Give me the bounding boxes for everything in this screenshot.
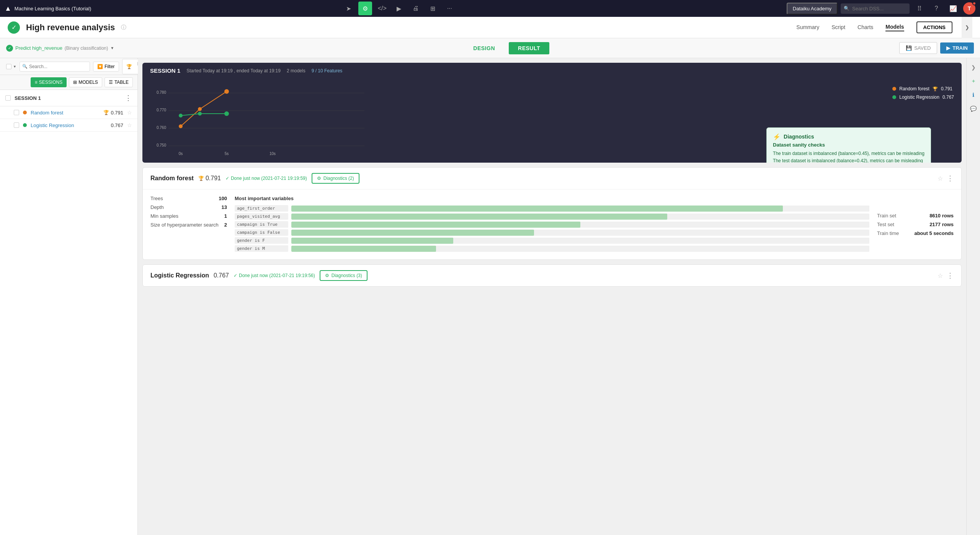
- hyperparams-value: 2: [224, 222, 227, 228]
- rf-diagnostics-button[interactable]: ⚙ Diagnostics (2): [312, 173, 359, 184]
- page-header: ✓ High revenue analysis ⓘ Summary Script…: [0, 17, 980, 38]
- right-sidebar-plus[interactable]: ＋: [967, 75, 980, 87]
- select-all-checkbox[interactable]: [6, 64, 11, 69]
- model-name-lr[interactable]: Logistic Regression: [31, 122, 107, 128]
- lr-model-score: 0.767: [214, 272, 229, 279]
- nav-item-charts[interactable]: Charts: [858, 24, 873, 31]
- session-chart-card: SESSION 1 Started Today at 19:19 , ended…: [142, 63, 962, 163]
- lr-diagnostics-button[interactable]: ⚙ Diagnostics (3): [320, 270, 368, 281]
- session-chart-meta: Started Today at 19:19 , ended Today at …: [186, 68, 281, 73]
- nav-item-models[interactable]: Models: [885, 24, 904, 31]
- session-features-button[interactable]: 9 / 10 Features: [312, 68, 343, 73]
- right-sidebar-chat[interactable]: 💬: [967, 103, 980, 115]
- sidebar-search-input[interactable]: [20, 62, 90, 72]
- param-row-depth: Depth 13: [150, 204, 227, 210]
- page-nav: Summary Script Charts Models ACTIONS: [796, 21, 952, 33]
- collapse-panel-button[interactable]: ❯: [962, 17, 972, 38]
- lr-star-button[interactable]: ☆: [938, 272, 943, 279]
- var-row-3: campaign is False: [235, 229, 869, 236]
- main-content: ▼ 🔍 🔽 Filter 🏆 Metric: ROC AUC ▼ ↻ ≡ SES…: [0, 58, 980, 535]
- var-label-1: pages_visited_avg: [235, 213, 288, 220]
- star-button-rf[interactable]: ☆: [127, 109, 132, 116]
- svg-text:0.760: 0.760: [157, 126, 166, 130]
- model-checkbox-lr[interactable]: [14, 122, 19, 128]
- model-score-lr: 0.767: [111, 122, 123, 128]
- list-item[interactable]: Random forest 🏆 0.791 ☆: [0, 106, 137, 119]
- session-checkbox[interactable]: [5, 95, 11, 101]
- legend-dot-rf: [892, 87, 896, 91]
- trainset-label: Train set: [877, 213, 896, 219]
- model-score-rf: 🏆 0.791: [103, 110, 123, 116]
- right-sidebar-expand[interactable]: ❯: [967, 61, 980, 73]
- var-label-4: gender is F: [235, 237, 288, 244]
- models-view-button[interactable]: ⊞ MODELS: [69, 77, 102, 87]
- nav-icon-lab[interactable]: ⚙: [358, 2, 372, 15]
- traintime-label: Train time: [877, 230, 899, 236]
- star-button-lr[interactable]: ☆: [127, 122, 132, 128]
- var-bar-container-1: [291, 214, 869, 220]
- rf-params: Trees 100 Depth 13 Min samples 1 Size of…: [150, 196, 227, 253]
- search-icon: 🔍: [844, 6, 849, 11]
- model-name-rf[interactable]: Random forest: [31, 110, 100, 116]
- logistic-regression-card: Logistic Regression 0.767 ✓ Done just no…: [142, 264, 962, 287]
- lr-checkmark-icon: ✓: [234, 273, 237, 278]
- nav-item-summary[interactable]: Summary: [796, 24, 819, 31]
- notifications-icon[interactable]: 📈: [946, 2, 960, 15]
- help-icon[interactable]: ?: [929, 2, 943, 15]
- param-row-minsamples: Min samples 1: [150, 213, 227, 219]
- session-menu-button[interactable]: ⋮: [125, 94, 132, 102]
- result-button[interactable]: RESULT: [509, 42, 549, 54]
- legend-score-lr: 0.767: [942, 95, 954, 100]
- var-bar-container-4: [291, 238, 869, 244]
- nav-icon-flow[interactable]: ➤: [341, 2, 355, 15]
- apps-grid-icon[interactable]: ⠿: [913, 2, 926, 15]
- avatar-badge: [972, 2, 976, 5]
- nav-icon-print[interactable]: 🖨: [409, 2, 423, 15]
- lr-more-button[interactable]: ⋮: [947, 271, 954, 280]
- list-item[interactable]: Logistic Regression 0.767 ☆: [0, 119, 137, 132]
- page-info-icon[interactable]: ⓘ: [121, 24, 126, 31]
- sessions-view-button[interactable]: ≡ SESSIONS: [31, 77, 67, 87]
- nav-item-script[interactable]: Script: [831, 24, 845, 31]
- model-checkbox-rf[interactable]: [14, 110, 19, 115]
- nav-icon-code[interactable]: </>: [375, 2, 389, 15]
- rf-star-button[interactable]: ☆: [938, 175, 943, 182]
- minsamples-value: 1: [224, 213, 227, 219]
- nav-icon-run[interactable]: ▶: [392, 2, 406, 15]
- var-row-4: gender is F: [235, 237, 869, 244]
- academy-button[interactable]: Dataiku Academy: [787, 3, 838, 15]
- train-button[interactable]: ▶ TRAIN: [940, 42, 974, 54]
- var-label-5: gender is M: [235, 245, 288, 252]
- legend-name-rf: Random forest: [899, 86, 929, 91]
- legend-item-rf: Random forest 🏆 0.791: [892, 86, 954, 91]
- search-input[interactable]: [841, 3, 910, 14]
- filter-button[interactable]: 🔽 Filter: [93, 62, 119, 72]
- nav-icon-grid[interactable]: ⊞: [426, 2, 439, 15]
- table-view-button[interactable]: ☰ TABLE: [105, 77, 133, 87]
- random-forest-card: Random forest 🏆 0.791 ✓ Done just now (2…: [142, 167, 962, 260]
- checkbox-dropdown[interactable]: ▼: [13, 65, 16, 69]
- predict-label[interactable]: ✓ Predict high_revenue (Binary classific…: [6, 45, 114, 52]
- rf-card-actions: ☆ ⋮: [938, 174, 954, 183]
- nav-icon-more[interactable]: ···: [443, 2, 456, 15]
- lr-model-name: Logistic Regression: [150, 272, 209, 279]
- param-row-trees: Trees 100: [150, 196, 227, 201]
- rf-more-button[interactable]: ⋮: [947, 174, 954, 183]
- diagnostics-line2: The test dataset is imbalanced (balance=…: [773, 157, 924, 163]
- design-button[interactable]: DESIGN: [464, 42, 504, 54]
- rf-done-status: ✓ Done just now (2021-07-21 19:19:59): [225, 176, 307, 181]
- diagnostics-title: ⚡ Diagnostics: [773, 133, 924, 140]
- variables-title: Most important variables: [235, 196, 869, 201]
- toolbar-right: 💾 SAVED ▶ TRAIN: [899, 42, 974, 54]
- sessions-icon: ≡: [35, 80, 38, 85]
- var-bar-1: [291, 214, 667, 220]
- svg-point-17: [224, 111, 229, 116]
- right-content: SESSION 1 Started Today at 19:19 , ended…: [138, 58, 966, 535]
- session-chart-title: SESSION 1: [150, 67, 180, 74]
- var-row-0: age_first_order: [235, 205, 869, 212]
- right-sidebar-info[interactable]: ℹ: [967, 89, 980, 101]
- actions-button[interactable]: ACTIONS: [916, 21, 953, 33]
- avatar[interactable]: T: [963, 2, 975, 15]
- predict-dropdown-arrow[interactable]: ▼: [110, 46, 114, 50]
- saved-button[interactable]: 💾 SAVED: [899, 42, 937, 54]
